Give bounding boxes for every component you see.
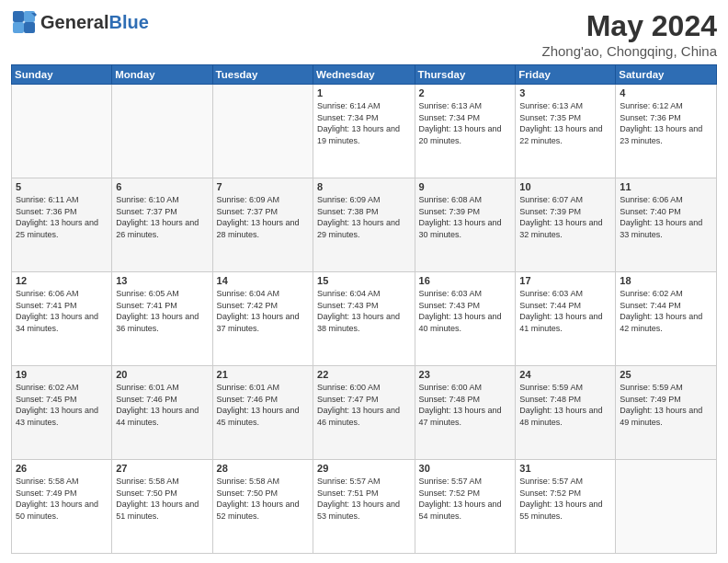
calendar-week-3: 12Sunrise: 6:06 AM Sunset: 7:41 PM Dayli… bbox=[12, 272, 717, 366]
svg-rect-0 bbox=[13, 11, 24, 22]
day-header-sunday: Sunday bbox=[12, 65, 112, 85]
calendar-cell: 16Sunrise: 6:03 AM Sunset: 7:43 PM Dayli… bbox=[415, 272, 516, 366]
day-info: Sunrise: 6:10 AM Sunset: 7:37 PM Dayligh… bbox=[116, 194, 208, 240]
day-info: Sunrise: 6:05 AM Sunset: 7:41 PM Dayligh… bbox=[116, 288, 208, 334]
calendar-week-4: 19Sunrise: 6:02 AM Sunset: 7:45 PM Dayli… bbox=[12, 366, 717, 460]
logo-text: GeneralBlue bbox=[40, 12, 149, 33]
calendar-cell: 31Sunrise: 5:57 AM Sunset: 7:52 PM Dayli… bbox=[516, 460, 616, 554]
day-info: Sunrise: 6:14 AM Sunset: 7:34 PM Dayligh… bbox=[317, 100, 411, 146]
day-info: Sunrise: 6:01 AM Sunset: 7:46 PM Dayligh… bbox=[116, 382, 208, 428]
day-info: Sunrise: 6:00 AM Sunset: 7:47 PM Dayligh… bbox=[317, 382, 411, 428]
day-number: 15 bbox=[317, 275, 411, 286]
calendar-cell: 5Sunrise: 6:11 AM Sunset: 7:36 PM Daylig… bbox=[12, 178, 112, 272]
day-header-friday: Friday bbox=[516, 65, 616, 85]
calendar-cell: 17Sunrise: 6:03 AM Sunset: 7:44 PM Dayli… bbox=[516, 272, 616, 366]
calendar-cell: 6Sunrise: 6:10 AM Sunset: 7:37 PM Daylig… bbox=[112, 178, 212, 272]
calendar-cell: 9Sunrise: 6:08 AM Sunset: 7:39 PM Daylig… bbox=[415, 178, 516, 272]
day-number: 20 bbox=[116, 369, 208, 380]
calendar-subtitle: Zhong'ao, Chongqing, China bbox=[541, 43, 717, 59]
day-info: Sunrise: 5:57 AM Sunset: 7:52 PM Dayligh… bbox=[519, 476, 611, 522]
calendar-week-1: 1Sunrise: 6:14 AM Sunset: 7:34 PM Daylig… bbox=[12, 85, 717, 178]
day-number: 30 bbox=[419, 463, 512, 474]
day-header-thursday: Thursday bbox=[415, 65, 516, 85]
day-number: 17 bbox=[519, 275, 611, 286]
calendar-cell: 20Sunrise: 6:01 AM Sunset: 7:46 PM Dayli… bbox=[112, 366, 212, 460]
day-info: Sunrise: 6:04 AM Sunset: 7:43 PM Dayligh… bbox=[317, 288, 411, 334]
calendar-title: May 2024 bbox=[541, 9, 717, 43]
day-number: 21 bbox=[217, 369, 309, 380]
day-number: 31 bbox=[519, 463, 611, 474]
day-header-saturday: Saturday bbox=[616, 65, 717, 85]
day-number: 27 bbox=[116, 463, 208, 474]
day-info: Sunrise: 6:06 AM Sunset: 7:41 PM Dayligh… bbox=[16, 288, 108, 334]
logo-icon bbox=[11, 9, 37, 35]
logo: GeneralBlue bbox=[11, 9, 149, 35]
day-info: Sunrise: 5:57 AM Sunset: 7:52 PM Dayligh… bbox=[419, 476, 512, 522]
day-number: 26 bbox=[16, 463, 108, 474]
day-info: Sunrise: 6:06 AM Sunset: 7:40 PM Dayligh… bbox=[620, 194, 712, 240]
day-header-wednesday: Wednesday bbox=[313, 65, 415, 85]
day-info: Sunrise: 6:08 AM Sunset: 7:39 PM Dayligh… bbox=[419, 194, 512, 240]
calendar-cell bbox=[12, 85, 112, 178]
calendar-cell: 28Sunrise: 5:58 AM Sunset: 7:50 PM Dayli… bbox=[212, 460, 313, 554]
calendar-cell: 29Sunrise: 5:57 AM Sunset: 7:51 PM Dayli… bbox=[313, 460, 415, 554]
calendar-cell: 3Sunrise: 6:13 AM Sunset: 7:35 PM Daylig… bbox=[516, 85, 616, 178]
day-info: Sunrise: 5:59 AM Sunset: 7:48 PM Dayligh… bbox=[519, 382, 611, 428]
calendar-cell: 15Sunrise: 6:04 AM Sunset: 7:43 PM Dayli… bbox=[313, 272, 415, 366]
calendar-week-2: 5Sunrise: 6:11 AM Sunset: 7:36 PM Daylig… bbox=[12, 178, 717, 272]
calendar-cell: 13Sunrise: 6:05 AM Sunset: 7:41 PM Dayli… bbox=[112, 272, 212, 366]
day-number: 24 bbox=[519, 369, 611, 380]
calendar-cell: 30Sunrise: 5:57 AM Sunset: 7:52 PM Dayli… bbox=[415, 460, 516, 554]
day-number: 29 bbox=[317, 463, 411, 474]
title-block: May 2024 Zhong'ao, Chongqing, China bbox=[541, 9, 717, 59]
calendar-cell: 1Sunrise: 6:14 AM Sunset: 7:34 PM Daylig… bbox=[313, 85, 415, 178]
day-info: Sunrise: 6:09 AM Sunset: 7:38 PM Dayligh… bbox=[317, 194, 411, 240]
day-info: Sunrise: 5:58 AM Sunset: 7:49 PM Dayligh… bbox=[16, 476, 108, 522]
header: GeneralBlue May 2024 Zhong'ao, Chongqing… bbox=[11, 9, 717, 59]
day-info: Sunrise: 6:02 AM Sunset: 7:44 PM Dayligh… bbox=[620, 288, 712, 334]
day-info: Sunrise: 6:13 AM Sunset: 7:35 PM Dayligh… bbox=[519, 100, 611, 146]
calendar-cell bbox=[112, 85, 212, 178]
day-info: Sunrise: 6:12 AM Sunset: 7:36 PM Dayligh… bbox=[620, 100, 712, 146]
calendar-cell: 4Sunrise: 6:12 AM Sunset: 7:36 PM Daylig… bbox=[616, 85, 717, 178]
day-number: 22 bbox=[317, 369, 411, 380]
day-number: 14 bbox=[217, 275, 309, 286]
day-info: Sunrise: 6:13 AM Sunset: 7:34 PM Dayligh… bbox=[419, 100, 512, 146]
calendar-cell: 11Sunrise: 6:06 AM Sunset: 7:40 PM Dayli… bbox=[616, 178, 717, 272]
day-number: 6 bbox=[116, 181, 208, 192]
day-info: Sunrise: 6:02 AM Sunset: 7:45 PM Dayligh… bbox=[16, 382, 108, 428]
day-info: Sunrise: 6:00 AM Sunset: 7:48 PM Dayligh… bbox=[419, 382, 512, 428]
day-number: 12 bbox=[16, 275, 108, 286]
calendar-cell: 19Sunrise: 6:02 AM Sunset: 7:45 PM Dayli… bbox=[12, 366, 112, 460]
svg-rect-3 bbox=[24, 22, 35, 33]
day-info: Sunrise: 5:57 AM Sunset: 7:51 PM Dayligh… bbox=[317, 476, 411, 522]
calendar-cell: 25Sunrise: 5:59 AM Sunset: 7:49 PM Dayli… bbox=[616, 366, 717, 460]
calendar-cell bbox=[212, 85, 313, 178]
calendar-cell: 14Sunrise: 6:04 AM Sunset: 7:42 PM Dayli… bbox=[212, 272, 313, 366]
day-header-monday: Monday bbox=[112, 65, 212, 85]
day-number: 18 bbox=[620, 275, 712, 286]
day-number: 2 bbox=[419, 87, 512, 98]
calendar-week-5: 26Sunrise: 5:58 AM Sunset: 7:49 PM Dayli… bbox=[12, 460, 717, 554]
day-info: Sunrise: 6:09 AM Sunset: 7:37 PM Dayligh… bbox=[217, 194, 309, 240]
calendar-cell: 7Sunrise: 6:09 AM Sunset: 7:37 PM Daylig… bbox=[212, 178, 313, 272]
day-info: Sunrise: 5:59 AM Sunset: 7:49 PM Dayligh… bbox=[620, 382, 712, 428]
day-number: 28 bbox=[217, 463, 309, 474]
calendar-cell: 12Sunrise: 6:06 AM Sunset: 7:41 PM Dayli… bbox=[12, 272, 112, 366]
day-number: 4 bbox=[620, 87, 712, 98]
calendar-cell: 18Sunrise: 6:02 AM Sunset: 7:44 PM Dayli… bbox=[616, 272, 717, 366]
calendar-cell: 8Sunrise: 6:09 AM Sunset: 7:38 PM Daylig… bbox=[313, 178, 415, 272]
calendar-cell: 26Sunrise: 5:58 AM Sunset: 7:49 PM Dayli… bbox=[12, 460, 112, 554]
day-number: 19 bbox=[16, 369, 108, 380]
calendar-cell: 23Sunrise: 6:00 AM Sunset: 7:48 PM Dayli… bbox=[415, 366, 516, 460]
day-number: 10 bbox=[519, 181, 611, 192]
day-info: Sunrise: 6:03 AM Sunset: 7:44 PM Dayligh… bbox=[519, 288, 611, 334]
calendar-table: SundayMondayTuesdayWednesdayThursdayFrid… bbox=[11, 64, 717, 554]
calendar-cell: 24Sunrise: 5:59 AM Sunset: 7:48 PM Dayli… bbox=[516, 366, 616, 460]
day-number: 9 bbox=[419, 181, 512, 192]
day-info: Sunrise: 6:01 AM Sunset: 7:46 PM Dayligh… bbox=[217, 382, 309, 428]
calendar-cell: 27Sunrise: 5:58 AM Sunset: 7:50 PM Dayli… bbox=[112, 460, 212, 554]
day-number: 16 bbox=[419, 275, 512, 286]
svg-rect-1 bbox=[24, 11, 35, 22]
day-info: Sunrise: 5:58 AM Sunset: 7:50 PM Dayligh… bbox=[217, 476, 309, 522]
